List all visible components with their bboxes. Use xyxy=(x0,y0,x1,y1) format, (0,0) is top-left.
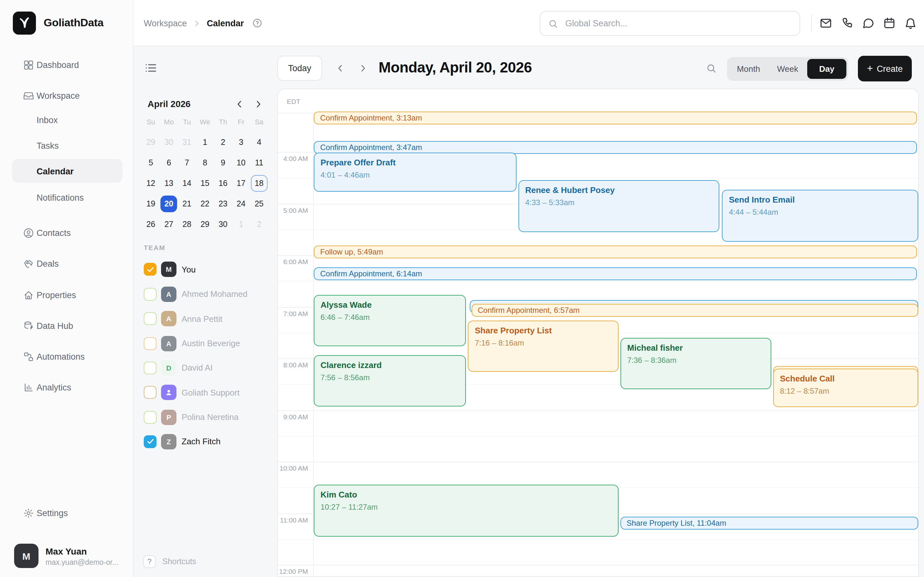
view-month[interactable]: Month xyxy=(729,64,768,74)
phone-icon[interactable] xyxy=(841,17,853,29)
bell-icon[interactable] xyxy=(904,17,917,29)
view-day[interactable]: Day xyxy=(807,59,846,79)
help-icon[interactable] xyxy=(252,18,262,28)
member-checkbox[interactable] xyxy=(144,435,157,448)
event-block[interactable]: Alyssa Wade6:46 – 7:46am xyxy=(313,295,466,346)
mini-calendar-day[interactable]: 30 xyxy=(215,216,231,233)
mini-calendar-day[interactable]: 4 xyxy=(251,134,268,151)
next-day-icon[interactable] xyxy=(358,63,368,73)
mini-calendar-day[interactable]: 2 xyxy=(215,134,231,151)
mini-calendar-day[interactable]: 11 xyxy=(251,155,268,171)
sidebar-item-dashboard[interactable]: Dashboard xyxy=(0,54,134,76)
mini-calendar-day[interactable]: 1 xyxy=(197,134,213,151)
prev-day-icon[interactable] xyxy=(336,63,345,73)
mini-calendar-day[interactable]: 23 xyxy=(215,195,231,212)
mini-calendar-day[interactable]: 12 xyxy=(142,175,159,192)
event-block[interactable]: Send Intro Email4:44 – 5:44am xyxy=(722,190,918,242)
team-member-anna-pettit[interactable]: AAnna Pettit xyxy=(144,310,270,327)
sidebar-item-properties[interactable]: Properties xyxy=(0,284,134,306)
mini-calendar-day[interactable]: 14 xyxy=(179,175,195,192)
mini-calendar-day[interactable]: 15 xyxy=(197,175,213,192)
event-bar[interactable]: Confirm Appointment, 6:57am xyxy=(471,304,918,317)
event-block[interactable]: Prepare Offer Draft4:01 – 4:46am xyxy=(313,153,517,192)
mini-calendar-day[interactable]: 16 xyxy=(215,175,231,192)
calendar-icon[interactable] xyxy=(883,17,896,29)
team-member-zach-fitch[interactable]: ZZach Fitch xyxy=(144,433,270,450)
team-member-ahmed-mohamed[interactable]: AAhmed Mohamed xyxy=(144,285,270,302)
event-bar[interactable]: Confirm Appointment, 3:47am xyxy=(314,141,917,153)
mini-calendar-day[interactable]: 30 xyxy=(160,134,177,151)
mini-calendar-day[interactable]: 7 xyxy=(179,155,195,171)
user-profile[interactable]: M Max Yuan max.yuan@demo-or... xyxy=(9,540,126,572)
event-bar[interactable]: Confirm Appointment, 3:13am xyxy=(314,111,917,124)
chat-icon[interactable] xyxy=(862,17,875,29)
sidebar-item-settings[interactable]: Settings xyxy=(0,502,134,524)
sidebar-item-automations[interactable]: Automations xyxy=(0,346,134,367)
team-member-you[interactable]: MYou xyxy=(144,261,270,277)
event-bar[interactable]: Follow up, 5:49am xyxy=(314,245,917,258)
member-checkbox[interactable] xyxy=(144,312,157,325)
global-search[interactable] xyxy=(540,11,800,36)
app-logo-icon[interactable] xyxy=(13,11,36,35)
mini-calendar-day[interactable]: 9 xyxy=(215,155,231,171)
mini-calendar-day[interactable]: 6 xyxy=(160,155,177,171)
mini-calendar-day[interactable]: 10 xyxy=(233,155,249,171)
team-member-polina-neretina[interactable]: PPolina Neretina xyxy=(144,409,270,425)
sidebar-item-deals[interactable]: Deals xyxy=(0,253,134,274)
today-button[interactable]: Today xyxy=(277,56,322,81)
event-bar[interactable]: Share Property List, 11:04am xyxy=(620,517,918,530)
member-checkbox[interactable] xyxy=(144,386,157,399)
mini-calendar-day[interactable]: 29 xyxy=(142,134,159,151)
event-block[interactable]: Renee & Hubert Posey4:33 – 5:33am xyxy=(518,181,719,232)
sidebar-item-analytics[interactable]: Analytics xyxy=(0,376,134,398)
sidebar-item-calendar[interactable]: Calendar xyxy=(0,160,134,182)
team-member-goliath-support[interactable]: Goliath Support xyxy=(144,384,270,401)
mini-calendar-day[interactable]: 1 xyxy=(233,216,249,233)
event-block[interactable]: Kim Cato10:27 – 11:27am xyxy=(313,485,619,536)
agenda-list-icon[interactable] xyxy=(144,61,157,74)
mini-calendar-day[interactable]: 21 xyxy=(179,195,195,212)
mini-calendar-next-icon[interactable] xyxy=(254,99,263,109)
team-member-austin-beverige[interactable]: AAustin Beverige xyxy=(144,335,270,351)
breadcrumb-workspace[interactable]: Workspace xyxy=(144,18,187,28)
mini-calendar-day[interactable]: 17 xyxy=(233,175,249,192)
event-block[interactable]: Clarence izzard7:56 – 8:56am xyxy=(313,355,466,406)
sidebar-item-contacts[interactable]: Contacts xyxy=(0,222,134,243)
mini-calendar-day[interactable]: 13 xyxy=(160,175,177,192)
mini-calendar-day[interactable]: 18 xyxy=(251,175,268,192)
sidebar-item-notifications[interactable]: Notifications xyxy=(0,187,134,208)
shortcuts-button[interactable]: ? Shortcuts xyxy=(143,555,196,568)
create-button[interactable]: + Create xyxy=(858,56,912,81)
event-bar[interactable]: Confirm Appointment, 6:14am xyxy=(314,268,917,280)
mini-calendar-day-selected[interactable]: 20 xyxy=(160,195,177,212)
member-checkbox[interactable] xyxy=(144,263,157,276)
mini-calendar-day[interactable]: 27 xyxy=(160,216,177,233)
event-block[interactable]: Schedule Call8:12 – 8:57am xyxy=(773,369,918,408)
mini-calendar-prev-icon[interactable] xyxy=(235,99,244,109)
mini-calendar-day[interactable]: 3 xyxy=(233,134,249,151)
team-member-david-ai[interactable]: DDavid AI xyxy=(144,359,270,376)
member-checkbox[interactable] xyxy=(144,337,157,350)
mini-calendar-day[interactable]: 29 xyxy=(197,216,213,233)
event-block[interactable]: Micheal fisher7:36 – 8:36am xyxy=(620,338,771,390)
member-checkbox[interactable] xyxy=(144,411,157,424)
mini-calendar-day[interactable]: 8 xyxy=(197,155,213,171)
mini-calendar-day[interactable]: 22 xyxy=(197,195,213,212)
member-checkbox[interactable] xyxy=(144,361,157,374)
mail-icon[interactable] xyxy=(819,17,832,29)
sidebar-item-tasks[interactable]: Tasks xyxy=(0,135,134,157)
mini-calendar-day[interactable]: 2 xyxy=(251,216,268,233)
sidebar-item-inbox[interactable]: Inbox xyxy=(0,109,134,131)
mini-calendar-day[interactable]: 31 xyxy=(179,134,195,151)
mini-calendar-day[interactable]: 19 xyxy=(142,195,159,212)
member-checkbox[interactable] xyxy=(144,287,157,300)
mini-calendar-day[interactable]: 26 xyxy=(142,216,159,233)
view-week[interactable]: Week xyxy=(768,64,807,74)
sidebar-item-workspace[interactable]: Workspace xyxy=(0,85,134,106)
mini-calendar-day[interactable]: 24 xyxy=(233,195,249,212)
sidebar-item-data-hub[interactable]: Data Hub xyxy=(0,315,134,337)
mini-calendar-day[interactable]: 25 xyxy=(251,195,268,212)
event-block[interactable]: Share Property List7:16 – 8:16am xyxy=(468,321,619,372)
mini-calendar-day[interactable]: 5 xyxy=(142,155,159,171)
mini-calendar-day[interactable]: 28 xyxy=(179,216,195,233)
